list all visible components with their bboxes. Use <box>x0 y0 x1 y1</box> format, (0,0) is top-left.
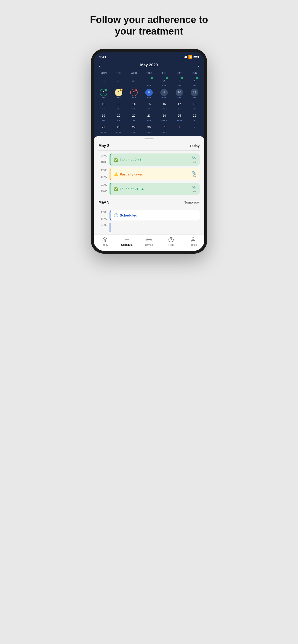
cal-day-25[interactable]: 25 <box>172 111 187 122</box>
battery-icon <box>194 56 199 58</box>
cal-day-29b[interactable]: 29 <box>127 123 141 134</box>
cal-day-31[interactable]: 31 <box>157 123 171 134</box>
cal-day-5[interactable]: 5✓ <box>96 88 111 99</box>
schedule-item-4[interactable]: 17:00 | 18:00 🕐 Scheduled <box>98 210 200 220</box>
cal-dots <box>177 120 182 121</box>
cal-day-num: 71 <box>130 89 138 96</box>
cal-day-1[interactable]: 1✓ <box>142 76 156 88</box>
cal-day-16[interactable]: 16 <box>157 100 171 110</box>
cal-day-num: 17 <box>176 100 183 108</box>
cal-dots <box>194 120 195 121</box>
time-end-2: 18:00 <box>101 175 107 178</box>
cal-dots <box>102 108 105 110</box>
cal-day-24[interactable]: 24 <box>157 111 171 122</box>
profile-icon <box>190 237 196 242</box>
cal-day-num: 16 <box>160 100 168 108</box>
cal-dots <box>102 97 105 98</box>
cal-day-15[interactable]: 15 <box>142 100 156 110</box>
cal-day-26[interactable]: 26 <box>187 111 202 122</box>
nav-device[interactable]: Device <box>142 237 156 246</box>
nav-help[interactable]: Help <box>164 237 178 246</box>
time-end-3: 23:00 <box>101 190 107 193</box>
cal-day-num: 27 <box>100 124 107 131</box>
clock-icon: 🕐 <box>114 213 118 218</box>
time-start-4: 17:00 <box>101 211 107 214</box>
cal-day-num: 8 <box>145 89 153 96</box>
cal-dots <box>147 85 151 86</box>
item-card-2[interactable]: ⚠️ Partially taken 📎 2/4 <box>110 168 200 180</box>
check-badge-icon: ✓ <box>196 77 199 80</box>
nav-schedule[interactable]: Schedule <box>120 237 134 246</box>
cal-day-23[interactable]: 23 <box>142 111 156 122</box>
check-badge-icon: ✓ <box>104 89 107 92</box>
cal-day-num: 19 <box>100 112 107 120</box>
item-status-3: ✅ Taken at 21:34 <box>114 186 143 191</box>
cal-day-17[interactable]: 17 <box>172 100 187 110</box>
cal-day-30b[interactable]: 30 <box>142 123 156 134</box>
schedule-item-2[interactable]: 17:00 | 18:00 ⚠️ Partially taken 📎 2 <box>98 168 200 180</box>
cal-day-2b[interactable]: 2 <box>187 123 202 134</box>
cal-day-12a[interactable]: 12 <box>96 100 111 110</box>
status-icons: 📶 <box>183 55 199 59</box>
calendar-prev-button[interactable]: ‹ <box>98 62 100 68</box>
nav-today[interactable]: Today <box>98 237 112 246</box>
schedule-item-5[interactable]: 21:00 <box>98 223 200 232</box>
item-status-label-3: Taken at 21:34 <box>120 187 143 191</box>
schedule-item-3[interactable]: 21:00 | 23:00 ✅ Taken at 21:34 📎 3/3 <box>98 183 200 195</box>
cal-day-num: 3✓ <box>176 77 183 84</box>
cal-day-num: 10 <box>176 89 183 96</box>
calendar-month: May 2020 <box>140 63 158 68</box>
cal-day-14[interactable]: 14 <box>127 100 141 110</box>
cal-dots <box>178 108 181 110</box>
phone-frame: 9:41 📶 ‹ May 2020 <box>91 49 207 254</box>
cal-day-1b[interactable]: 1 <box>172 123 187 134</box>
cal-day-28b[interactable]: 28 <box>111 123 126 134</box>
home-icon <box>102 237 108 242</box>
cal-day-13[interactable]: 13 <box>111 100 126 110</box>
calendar-icon <box>124 237 130 242</box>
cal-day-11[interactable]: 11 <box>187 88 202 99</box>
cal-day-30a[interactable]: 30 <box>127 76 141 88</box>
cal-day-7[interactable]: 71 <box>127 88 141 99</box>
cal-day-27[interactable]: 27 <box>96 123 111 134</box>
cal-day-18[interactable]: 18 <box>187 100 202 110</box>
cal-dots <box>133 120 135 121</box>
schedule-item-1[interactable]: 08:00 | 10:00 ✅ Taken at 9:45 📎 3/3 <box>98 154 200 166</box>
cal-day-num: 30 <box>145 124 153 131</box>
nav-profile-label: Profile <box>190 244 197 246</box>
day-headers: MON TUE WED THU FRI SAT SUN <box>94 71 204 75</box>
calendar-grid: 28 29 30 1✓ 2✓ <box>94 76 204 136</box>
item-status-label-4: Scheduled <box>120 213 137 217</box>
cal-day-28a[interactable]: 28 <box>96 76 111 88</box>
cal-day-22[interactable]: 22 <box>127 111 141 122</box>
time-start-3: 21:00 <box>101 183 107 186</box>
cal-day-19[interactable]: 19 <box>96 111 111 122</box>
cal-dots <box>178 85 181 86</box>
cal-day-9[interactable]: 9 <box>157 88 171 99</box>
item-count-1: 3/3 <box>193 160 196 163</box>
cal-day-num: 22 <box>130 112 138 120</box>
item-card-4[interactable]: 🕐 Scheduled <box>110 210 200 220</box>
cal-dots <box>147 120 151 121</box>
time-col-5: 21:00 <box>98 223 107 232</box>
cal-day-8[interactable]: 8 <box>142 88 156 99</box>
calendar-next-button[interactable]: › <box>198 62 200 68</box>
nav-profile[interactable]: Profile <box>186 237 200 246</box>
cal-day-4[interactable]: 4✓ <box>187 76 202 88</box>
nav-schedule-label: Schedule <box>121 244 133 246</box>
cal-day-10[interactable]: 10 <box>172 88 187 99</box>
cal-day-20[interactable]: 20 <box>111 111 126 122</box>
cal-day-2[interactable]: 2✓ <box>157 76 171 88</box>
time-sep-2: | <box>107 172 107 175</box>
status-bar: 9:41 📶 <box>94 52 204 61</box>
item-count-2: 2/4 <box>193 175 196 178</box>
item-card-1[interactable]: ✅ Taken at 9:45 📎 3/3 <box>110 154 200 166</box>
cal-day-6[interactable]: 6! <box>111 88 126 99</box>
day-header-wed: WED <box>126 71 141 75</box>
cal-dots <box>117 108 120 110</box>
cal-day-3[interactable]: 3✓ <box>172 76 187 88</box>
cal-day-29a[interactable]: 29 <box>111 76 126 88</box>
item-card-3[interactable]: ✅ Taken at 21:34 📎 3/3 <box>110 183 200 195</box>
cal-day-num: 1✓ <box>145 77 153 84</box>
cal-dots <box>147 97 151 98</box>
